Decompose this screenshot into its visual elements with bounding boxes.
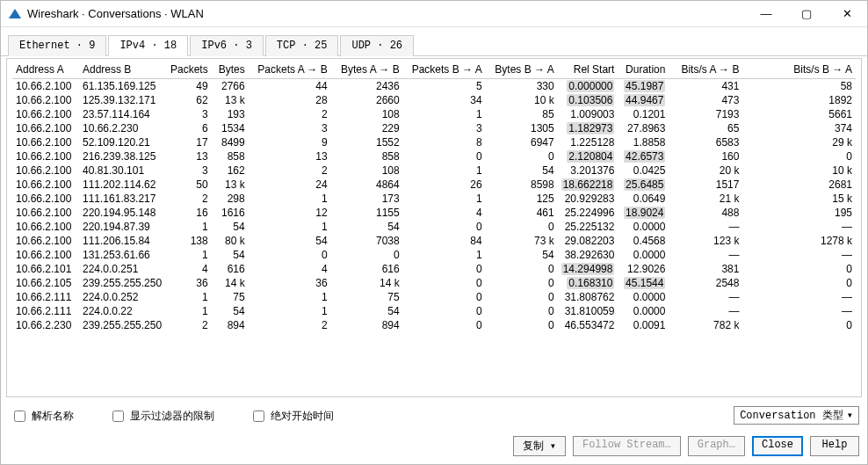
table-row[interactable]: 10.66.2.100125.39.132.1716213 k282660341…: [12, 93, 856, 107]
minimize-button[interactable]: —: [746, 1, 786, 27]
resolve-names-option[interactable]: 解析名称: [11, 408, 74, 425]
tab-udp[interactable]: UDP · 26: [340, 35, 414, 56]
resolve-names-checkbox[interactable]: [14, 411, 25, 422]
table-row[interactable]: 10.66.2.105239.255.255.2503614 k3614 k00…: [12, 276, 856, 290]
absolute-start-checkbox[interactable]: [253, 411, 264, 422]
table-row[interactable]: 10.66.2.100111.161.83.21722981173112520.…: [12, 192, 856, 206]
col-packets-ab[interactable]: Packets A → B: [249, 61, 331, 79]
options-row: 解析名称 显示过滤器的限制 绝对开始时间: [11, 408, 334, 425]
table-row[interactable]: 10.66.2.100131.253.61.661540015438.29263…: [12, 248, 856, 262]
limit-filter-option[interactable]: 显示过滤器的限制: [109, 408, 214, 425]
app-icon: [8, 7, 22, 21]
col-bits-ba[interactable]: Bits/s B → A: [742, 61, 856, 79]
col-bits-ab[interactable]: Bits/s A → B: [669, 61, 742, 79]
table-row[interactable]: 10.66.2.101224.0.0.251461646160014.29499…: [12, 262, 856, 276]
absolute-start-label: 绝对开始时间: [271, 409, 334, 424]
table-row[interactable]: 10.66.2.111224.0.0.2521751750031.8087620…: [12, 290, 856, 304]
col-bytes[interactable]: Bytes: [212, 61, 249, 79]
table-row[interactable]: 10.66.2.100220.194.87.391541540025.22513…: [12, 220, 856, 234]
conversations-table-wrap: Address A Address B Packets Bytes Packet…: [6, 58, 862, 397]
table-header-row: Address A Address B Packets Bytes Packet…: [12, 61, 856, 79]
table-row[interactable]: 10.66.2.10052.109.120.211784999155286947…: [12, 135, 856, 149]
chevron-down-icon: ▾: [847, 409, 853, 422]
col-duration[interactable]: Duration: [618, 61, 669, 79]
table-row[interactable]: 10.66.2.230239.255.255.250289428940046.5…: [12, 318, 856, 332]
col-rel-start[interactable]: Rel Start: [558, 61, 618, 79]
graph-button: Graph…: [688, 436, 745, 456]
col-bytes-ab[interactable]: Bytes A → B: [331, 61, 403, 79]
tab-tcp[interactable]: TCP · 25: [265, 35, 339, 56]
absolute-start-option[interactable]: 绝对开始时间: [250, 408, 334, 425]
table-row[interactable]: 10.66.2.10010.66.2.230615343229313051.18…: [12, 121, 856, 135]
chevron-down-icon: ▾: [544, 440, 556, 453]
col-packets[interactable]: Packets: [167, 61, 212, 79]
close-button[interactable]: Close: [752, 436, 803, 456]
col-address-b[interactable]: Address B: [79, 61, 167, 79]
table-row[interactable]: 10.66.2.10023.57.114.164319321081851.009…: [12, 107, 856, 121]
col-address-a[interactable]: Address A: [12, 61, 79, 79]
limit-filter-checkbox[interactable]: [112, 411, 124, 422]
tab-ipv6[interactable]: IPv6 · 3: [190, 35, 264, 56]
col-packets-ba[interactable]: Packets B → A: [403, 61, 486, 79]
tab-ethernet[interactable]: Ethernet · 9: [8, 35, 106, 56]
maximize-button[interactable]: ▢: [786, 1, 827, 27]
help-button[interactable]: Help: [810, 436, 859, 456]
table-row[interactable]: 10.66.2.111224.0.0.221541540031.8100590.…: [12, 304, 856, 318]
col-bytes-ba[interactable]: Bytes B → A: [486, 61, 558, 79]
resolve-names-label: 解析名称: [32, 409, 74, 424]
button-row: 复制 ▾ Follow Stream… Graph… Close Help: [513, 436, 860, 456]
table-row[interactable]: 10.66.2.100216.239.38.1251385813858002.1…: [12, 149, 856, 163]
protocol-tabs: Ethernet · 9 IPv4 · 18 IPv6 · 3 TCP · 25…: [1, 27, 867, 56]
copy-button[interactable]: 复制 ▾: [513, 436, 566, 456]
tab-ipv4[interactable]: IPv4 · 18: [108, 35, 188, 56]
follow-stream-button: Follow Stream…: [573, 436, 681, 456]
table-row[interactable]: 10.66.2.100111.206.15.8413880 k547038847…: [12, 234, 856, 248]
close-window-button[interactable]: ✕: [827, 1, 867, 27]
table-row[interactable]: 10.66.2.100111.202.114.625013 k244864268…: [12, 178, 856, 192]
limit-filter-label: 显示过滤器的限制: [130, 409, 214, 424]
conversation-type-dropdown[interactable]: Conversation 类型 ▾: [734, 406, 859, 425]
table-row[interactable]: 10.66.2.10040.81.30.101316221081543.2013…: [12, 163, 856, 178]
table-row[interactable]: 10.66.2.100220.194.95.148161616121155446…: [12, 206, 856, 220]
table-row[interactable]: 10.66.2.10061.135.169.125492766442436533…: [12, 79, 856, 94]
conversation-type-label: Conversation 类型: [740, 408, 843, 423]
titlebar: Wireshark · Conversations · WLAN — ▢ ✕: [1, 1, 867, 27]
window-title: Wireshark · Conversations · WLAN: [27, 7, 204, 20]
conversations-table[interactable]: Address A Address B Packets Bytes Packet…: [12, 61, 856, 332]
